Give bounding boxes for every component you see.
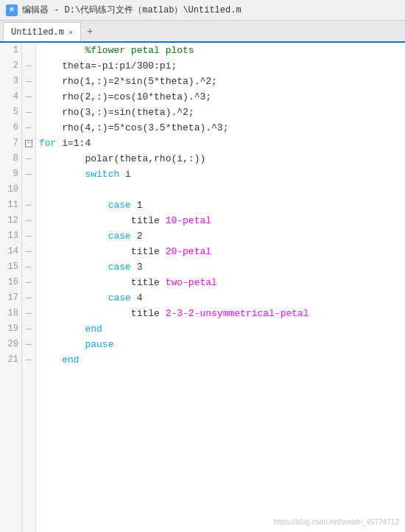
token: 3	[131, 262, 143, 273]
token: switch	[85, 169, 119, 180]
gutter-dash: —	[26, 352, 32, 368]
gutter-dash: —	[26, 58, 32, 74]
gutter-cell: —	[22, 197, 35, 213]
tab-untitled[interactable]: Untitled.m ✕	[3, 22, 81, 41]
code-line: rho(2,:)=cos(10*theta).^3;	[39, 89, 402, 105]
line-number: 19	[0, 321, 21, 337]
gutter-dash: —	[26, 306, 32, 321]
gutter-dash: —	[26, 228, 32, 244]
gutter-dash: —	[26, 120, 32, 136]
gutter-cell: —	[22, 228, 35, 244]
token: 4	[131, 293, 143, 304]
gutter-cell: —	[22, 105, 35, 120]
line-number: 8	[0, 151, 21, 167]
line-number: 13	[0, 228, 21, 244]
token: two-petal	[166, 277, 217, 288]
token: rho(4,:)=5*cos(3.5*theta).^3;	[62, 122, 228, 133]
line-number: 3	[0, 74, 21, 89]
token: for	[39, 138, 56, 149]
token: end	[85, 323, 102, 335]
code-line: rho(4,:)=5*cos(3.5*theta).^3;	[39, 120, 402, 136]
code-line	[39, 182, 402, 197]
token: title	[131, 308, 166, 319]
tab-close-button[interactable]: ✕	[68, 28, 73, 37]
token: case	[108, 262, 131, 273]
gutter-cell: —	[22, 74, 35, 89]
code-line: theta=-pi:pi/300:pi;	[39, 58, 402, 74]
new-tab-button[interactable]: +	[81, 22, 99, 41]
line-number: 4	[0, 89, 21, 105]
token: 2-3-2-unsymmetrical-petal	[166, 308, 309, 319]
gutter-cell: —	[22, 120, 35, 136]
line-number: 18	[0, 306, 21, 321]
line-number: 14	[0, 244, 21, 259]
gutter-cell: —	[22, 259, 35, 275]
token: rho(3,:)=sin(theta).^2;	[62, 107, 194, 118]
gutter-dash: —	[26, 197, 32, 213]
gutter-cell: —	[22, 275, 35, 290]
line-number: 5	[0, 105, 21, 120]
token: 2	[131, 231, 143, 242]
token: end	[62, 354, 79, 365]
token: 10-petal	[166, 215, 211, 226]
code-line: switch i	[39, 167, 402, 182]
token: case	[108, 293, 131, 304]
gutter-cell: —	[22, 244, 35, 259]
token: rho(2,:)=cos(10*theta).^3;	[62, 91, 211, 102]
gutter-dash: —	[26, 74, 32, 89]
editor-icon: M	[6, 4, 18, 16]
token: pause	[85, 339, 113, 350]
gutter: —————−—————————————	[22, 43, 36, 532]
gutter-cell: —	[22, 213, 35, 228]
code-line: polar(theta,rho(i,:))	[39, 151, 402, 167]
code-line: rho(3,:)=sin(theta).^2;	[39, 105, 402, 120]
line-number: 10	[0, 182, 21, 197]
token: rho(1,:)=2*sin(5*theta).^2;	[62, 76, 217, 87]
line-number: 11	[0, 197, 21, 213]
gutter-dash: —	[26, 321, 32, 337]
gutter-dash: —	[26, 105, 32, 120]
line-number: 12	[0, 213, 21, 228]
tab-label: Untitled.m	[11, 27, 64, 38]
line-number: 20	[0, 337, 21, 352]
token: title	[131, 246, 166, 257]
line-number: 15	[0, 259, 21, 275]
line-number: 1	[0, 43, 21, 58]
code-area: 123456789101112131415161718192021 —————−…	[0, 43, 405, 532]
gutter-cell: —	[22, 337, 35, 352]
line-number: 2	[0, 58, 21, 74]
code-line: case 4	[39, 290, 402, 306]
gutter-dash: —	[26, 151, 32, 167]
tab-bar: Untitled.m ✕ +	[0, 21, 405, 43]
fold-icon[interactable]: −	[25, 140, 32, 147]
token: i=1:4	[56, 138, 91, 149]
gutter-dash: —	[26, 213, 32, 228]
gutter-cell: −	[22, 136, 35, 151]
window-title: 编辑器 - D:\代码练习文件（matlab）\Untitled.m	[22, 4, 242, 16]
gutter-dash: —	[26, 244, 32, 259]
gutter-cell: —	[22, 290, 35, 306]
gutter-cell: —	[22, 167, 35, 182]
code-line: title 2-3-2-unsymmetrical-petal	[39, 306, 402, 321]
code-line: %flower petal plots	[39, 43, 402, 58]
line-number: 6	[0, 120, 21, 136]
line-number: 7	[0, 136, 21, 151]
code-line: case 1	[39, 197, 402, 213]
gutter-cell: —	[22, 352, 35, 368]
code-line: case 3	[39, 259, 402, 275]
gutter-cell	[22, 43, 35, 58]
token: title	[131, 215, 166, 226]
title-bar: M 编辑器 - D:\代码练习文件（matlab）\Untitled.m	[0, 0, 405, 21]
code-line: title two-petal	[39, 275, 402, 290]
gutter-dash: —	[26, 337, 32, 352]
token: %flower petal plots	[85, 45, 194, 56]
gutter-dash: —	[26, 259, 32, 275]
gutter-cell: —	[22, 89, 35, 105]
watermark: https://blog.csdn.net/weixin_45774712	[274, 518, 399, 526]
code-line: for i=1:4	[39, 136, 402, 151]
code-content[interactable]: %flower petal plots theta=-pi:pi/300:pi;…	[36, 43, 405, 532]
editor-window: M 编辑器 - D:\代码练习文件（matlab）\Untitled.m Unt…	[0, 0, 405, 532]
token: i	[119, 169, 131, 180]
token: case	[108, 231, 131, 242]
gutter-cell: —	[22, 58, 35, 74]
